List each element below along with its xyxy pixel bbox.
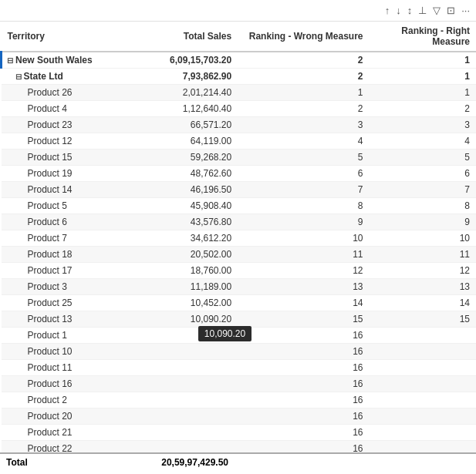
sales-cell xyxy=(131,360,238,376)
col-ranking-right[interactable]: Ranking - Right Measure xyxy=(370,22,476,52)
table-row[interactable]: ⊟ State Ltd7,93,862.9021 xyxy=(2,69,477,85)
territory-cell: Product 6 xyxy=(2,214,131,230)
table-row[interactable]: Product 643,576.8099 xyxy=(2,214,477,230)
sales-cell xyxy=(131,344,238,360)
table-row[interactable]: Product 1116 xyxy=(2,360,477,376)
sales-cell xyxy=(131,376,238,392)
territory-label: State Ltd xyxy=(24,71,63,82)
col-territory[interactable]: Territory xyxy=(2,22,131,52)
sort-desc-icon[interactable]: ↓ xyxy=(396,5,401,16)
table-row[interactable]: Product 262,01,214.4011 xyxy=(2,85,477,101)
ranking-wrong-cell: 2 xyxy=(238,52,369,69)
territory-label: Product 1 xyxy=(28,330,67,341)
sales-cell xyxy=(131,408,238,425)
territory-label: Product 10 xyxy=(28,346,73,357)
sales-cell: 10,090.2010,090.20 xyxy=(131,311,238,328)
territory-label: Product 21 xyxy=(28,427,73,438)
sales-cell xyxy=(131,441,238,453)
territory-label: Product 7 xyxy=(28,233,67,244)
territory-label: Product 3 xyxy=(28,281,67,292)
sales-cell: 59,268.20 xyxy=(131,150,238,166)
territory-cell: Product 23 xyxy=(2,117,131,133)
table-row[interactable]: Product 311,189.001313 xyxy=(2,279,477,295)
table-row[interactable]: ⊟ New South Wales6,09,15,703.2021 xyxy=(2,52,477,69)
table-row[interactable]: Product 545,908.4088 xyxy=(2,198,477,214)
table-row[interactable]: Product 1616 xyxy=(2,376,477,392)
territory-cell: Product 22 xyxy=(2,441,131,453)
sort-both-icon[interactable]: ↕ xyxy=(407,5,413,16)
table-row[interactable]: Product 2510,452.001414 xyxy=(2,295,477,311)
ranking-wrong-cell: 16 xyxy=(238,360,369,376)
ranking-right-cell xyxy=(370,328,476,344)
sales-cell: 43,576.80 xyxy=(131,214,238,230)
total-sales-value: 20,59,97,429.50 xyxy=(128,457,228,468)
expand-icon[interactable]: ⊥ xyxy=(418,5,427,16)
territory-cell: Product 21 xyxy=(2,425,131,441)
table-row[interactable]: Product 216 xyxy=(2,392,477,408)
sales-cell: 64,119.00 xyxy=(131,133,238,150)
territory-label: Product 11 xyxy=(28,362,73,373)
expand-toggle[interactable]: ⊟ xyxy=(7,56,13,65)
ranking-wrong-cell: 8 xyxy=(238,198,369,214)
table-row[interactable]: Product 1820,502.001111 xyxy=(2,247,477,263)
sales-cell: 34,612.20 xyxy=(131,230,238,247)
ranking-right-cell: 8 xyxy=(370,198,476,214)
territory-label: Product 18 xyxy=(28,249,73,260)
filter-icon[interactable]: ▽ xyxy=(433,5,441,16)
territory-cell: Product 20 xyxy=(2,408,131,425)
territory-cell: Product 25 xyxy=(2,295,131,311)
territory-label: Product 22 xyxy=(28,443,73,452)
more-icon[interactable]: ··· xyxy=(461,5,470,16)
expand-toggle[interactable]: ⊟ xyxy=(15,72,22,81)
ranking-right-cell: 10 xyxy=(370,230,476,247)
table-row[interactable]: Product 1016 xyxy=(2,344,477,360)
grid-icon[interactable]: ⊡ xyxy=(447,5,455,16)
table-row[interactable]: Product 1718,760.001212 xyxy=(2,263,477,279)
territory-cell: Product 7 xyxy=(2,230,131,247)
territory-label: Product 26 xyxy=(28,87,73,98)
territory-cell: Product 13 xyxy=(2,311,131,328)
territory-label: Product 16 xyxy=(28,378,73,389)
table-row[interactable]: Product 1264,119.0044 xyxy=(2,133,477,150)
total-footer: Total 20,59,97,429.50 xyxy=(0,452,476,471)
table-row[interactable]: Product 41,12,640.4022 xyxy=(2,101,477,117)
table-row[interactable]: Product 734,612.201010 xyxy=(2,230,477,247)
table-row[interactable]: Product 1559,268.2055 xyxy=(2,150,477,166)
territory-label: Product 6 xyxy=(28,217,67,227)
table-row[interactable]: Product 1446,196.5077 xyxy=(2,182,477,198)
ranking-right-cell xyxy=(370,360,476,376)
territory-label: Product 4 xyxy=(28,103,67,114)
ranking-wrong-cell: 3 xyxy=(238,117,369,133)
territory-label: New South Wales xyxy=(15,55,93,66)
territory-cell: Product 3 xyxy=(2,279,131,295)
sales-cell: 10,452.00 xyxy=(131,295,238,311)
ranking-right-cell: 14 xyxy=(370,295,476,311)
ranking-right-cell xyxy=(370,344,476,360)
territory-cell: Product 14 xyxy=(2,182,131,198)
territory-cell: ⊟ State Ltd xyxy=(2,69,131,85)
col-ranking-wrong[interactable]: Ranking - Wrong Measure xyxy=(238,22,369,52)
table-row[interactable]: Product 2216 xyxy=(2,441,477,453)
territory-label: Product 5 xyxy=(28,200,67,211)
sales-cell: 11,189.00 xyxy=(131,279,238,295)
table-row[interactable]: Product 1310,090.2010,090.201515 xyxy=(2,311,477,328)
table-container[interactable]: Territory Total Sales Ranking - Wrong Me… xyxy=(0,22,476,452)
ranking-wrong-cell: 2 xyxy=(238,69,369,85)
territory-label: Product 2 xyxy=(28,395,67,405)
sort-asc-icon[interactable]: ↑ xyxy=(385,5,390,16)
ranking-right-cell: 4 xyxy=(370,133,476,150)
table-row[interactable]: Product 2366,571.2033 xyxy=(2,117,477,133)
col-total-sales[interactable]: Total Sales xyxy=(131,22,238,52)
ranking-wrong-cell: 11 xyxy=(238,247,369,263)
sales-cell: 20,502.00 xyxy=(131,247,238,263)
table-row[interactable]: Product 2116 xyxy=(2,425,477,441)
territory-label: Product 19 xyxy=(28,168,73,179)
table-row[interactable]: Product 1948,762.6066 xyxy=(2,166,477,182)
ranking-right-cell: 7 xyxy=(370,182,476,198)
sales-cell: 66,571.20 xyxy=(131,117,238,133)
table-row[interactable]: Product 2016 xyxy=(2,408,477,425)
ranking-right-cell: 6 xyxy=(370,166,476,182)
column-header-row: Territory Total Sales Ranking - Wrong Me… xyxy=(2,22,477,52)
sales-cell: 48,762.60 xyxy=(131,166,238,182)
territory-cell: Product 19 xyxy=(2,166,131,182)
